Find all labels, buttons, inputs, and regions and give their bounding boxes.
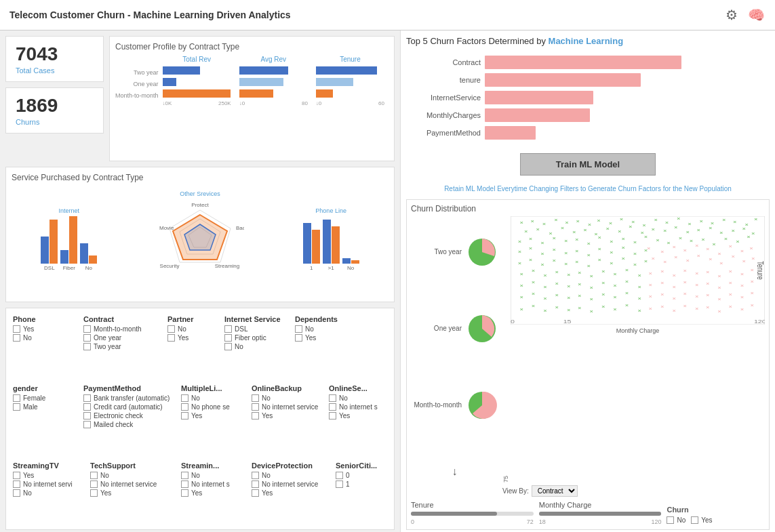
checkbox[interactable] bbox=[181, 489, 188, 497]
svg-text:Movie: Movie bbox=[159, 225, 174, 231]
checkbox[interactable] bbox=[181, 480, 188, 488]
tenure-slider-label: Tenure bbox=[411, 501, 534, 509]
churn-dist-content: Two year One year bbox=[411, 216, 765, 497]
checkbox[interactable] bbox=[295, 334, 302, 342]
svg-text:×: × bbox=[649, 306, 653, 312]
svg-text:×: × bbox=[751, 268, 755, 273]
checkbox[interactable] bbox=[13, 472, 20, 479]
checkbox[interactable] bbox=[167, 334, 175, 342]
svg-text:×: × bbox=[542, 222, 547, 227]
checkbox[interactable] bbox=[336, 480, 343, 488]
svg-text:Streaming: Streaming bbox=[215, 263, 239, 269]
filter-group-dependents: Dependents No Yes bbox=[292, 312, 353, 379]
checkbox[interactable] bbox=[224, 325, 232, 333]
filter-group-phone: Phone Yes No bbox=[10, 312, 78, 379]
svg-text:×: × bbox=[719, 261, 723, 266]
svg-text:×: × bbox=[578, 306, 582, 311]
svg-text:×: × bbox=[588, 222, 592, 228]
checkbox[interactable] bbox=[13, 325, 20, 333]
svg-text:×: × bbox=[652, 227, 656, 232]
svg-text:Tenure: Tenure bbox=[756, 261, 765, 280]
checkbox[interactable] bbox=[83, 394, 91, 402]
checkbox[interactable] bbox=[224, 334, 232, 342]
svg-text:×: × bbox=[701, 237, 705, 243]
checkbox[interactable] bbox=[90, 489, 98, 497]
filter-group-streamingtv: StreamingTV Yes No internet servi No bbox=[10, 459, 85, 525]
checkbox[interactable] bbox=[83, 334, 91, 342]
svg-text:×: × bbox=[590, 297, 594, 302]
checkbox[interactable] bbox=[295, 325, 302, 333]
checkbox[interactable] bbox=[90, 472, 98, 479]
monthly-charge-slider-track[interactable] bbox=[539, 512, 662, 516]
checkbox[interactable] bbox=[83, 325, 91, 333]
customer-profile-panel: Customer Profile by Contract Type Two ye… bbox=[109, 36, 395, 161]
filter-item: No internet s bbox=[329, 403, 384, 411]
svg-text:×: × bbox=[598, 247, 602, 252]
checkbox[interactable] bbox=[181, 472, 188, 479]
checkbox[interactable] bbox=[83, 412, 91, 420]
filter-item: Yes bbox=[90, 489, 173, 497]
checkbox[interactable] bbox=[329, 394, 336, 402]
checkbox[interactable] bbox=[83, 343, 91, 350]
checkbox[interactable] bbox=[224, 343, 232, 350]
svg-text:×: × bbox=[688, 222, 692, 227]
filter-item: One year bbox=[83, 334, 159, 342]
checkbox[interactable] bbox=[181, 403, 188, 411]
checkbox[interactable] bbox=[13, 489, 20, 497]
checkbox[interactable] bbox=[252, 480, 259, 488]
checkbox[interactable] bbox=[329, 412, 336, 420]
tenure-slider-track[interactable] bbox=[411, 512, 534, 516]
checkbox[interactable] bbox=[167, 325, 175, 333]
settings-icon[interactable]: ⚙ bbox=[722, 5, 741, 24]
filter-item: No bbox=[13, 334, 75, 342]
churns-number: 1869 bbox=[16, 95, 94, 117]
checkbox[interactable] bbox=[336, 472, 343, 479]
scroll-down-icon[interactable]: ↓ bbox=[411, 466, 498, 478]
checkbox[interactable] bbox=[252, 403, 259, 411]
svg-text:×: × bbox=[751, 256, 755, 262]
svg-text:×: × bbox=[695, 283, 699, 288]
checkbox[interactable] bbox=[13, 394, 20, 402]
svg-text:×: × bbox=[543, 285, 547, 290]
filter-dependents-title: Dependents bbox=[295, 315, 351, 323]
churn-yes-checkbox[interactable] bbox=[691, 516, 698, 524]
svg-text:×: × bbox=[742, 226, 747, 232]
view-by-label: View By: bbox=[502, 487, 529, 495]
checkbox[interactable] bbox=[252, 489, 259, 497]
svg-text:×: × bbox=[601, 269, 605, 274]
pie-monthly-chart bbox=[466, 389, 498, 422]
checkbox[interactable] bbox=[181, 412, 188, 420]
checkbox[interactable] bbox=[13, 334, 20, 342]
brain-icon[interactable]: 🧠 bbox=[747, 5, 766, 24]
svg-text:×: × bbox=[706, 281, 710, 287]
svg-text:×: × bbox=[587, 253, 591, 258]
view-by-select[interactable]: Contract bbox=[532, 485, 578, 497]
checkbox[interactable] bbox=[181, 394, 188, 402]
filter-item: Yes bbox=[329, 412, 384, 420]
app-header: Telecom Customer Churn - Machine Learnin… bbox=[0, 0, 775, 30]
scatter-section: 75 ×××××××××××××××××××××× ××××××××××××××… bbox=[502, 216, 765, 497]
factor-tenure-label: tenure bbox=[406, 76, 481, 84]
svg-text:×: × bbox=[536, 227, 540, 232]
top-section: 7043 Total Cases 1869 Churns Customer Pr… bbox=[5, 36, 395, 161]
checkbox[interactable] bbox=[329, 403, 336, 411]
svg-text:×: × bbox=[575, 249, 579, 254]
svg-text:×: × bbox=[663, 228, 667, 234]
checkbox[interactable] bbox=[83, 421, 91, 428]
checkbox[interactable] bbox=[252, 472, 259, 479]
checkbox[interactable] bbox=[252, 412, 259, 420]
svg-text:×: × bbox=[532, 291, 536, 297]
checkbox[interactable] bbox=[13, 480, 20, 488]
svg-text:×: × bbox=[529, 237, 533, 242]
train-ml-button[interactable]: Train ML Model bbox=[520, 153, 656, 176]
svg-text:×: × bbox=[633, 251, 637, 257]
checkbox[interactable] bbox=[90, 480, 98, 488]
churn-no-checkbox[interactable] bbox=[667, 516, 674, 524]
checkbox[interactable] bbox=[83, 403, 91, 411]
filter-item: Month-to-month bbox=[83, 325, 159, 333]
checkbox[interactable] bbox=[252, 394, 259, 402]
svg-text:×: × bbox=[519, 283, 523, 289]
filter-item: Yes bbox=[295, 334, 351, 342]
churns-card: 1869 Churns bbox=[5, 87, 104, 134]
checkbox[interactable] bbox=[13, 403, 20, 411]
